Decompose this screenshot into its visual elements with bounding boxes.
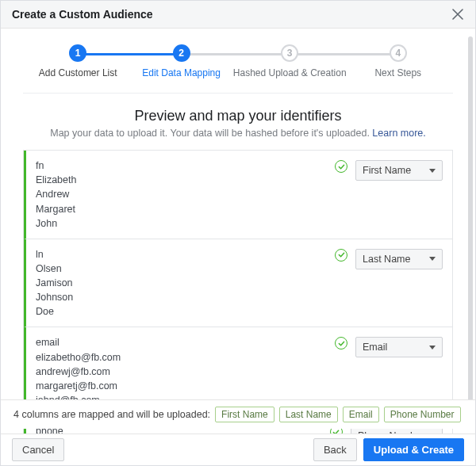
mapping-row: fn Elizabeth Andrew Margaret John First …	[24, 151, 452, 239]
step-label: Add Customer List	[39, 67, 117, 78]
identifier-select[interactable]: First Name	[355, 160, 443, 181]
check-icon	[335, 337, 347, 350]
learn-more-link[interactable]: Learn more.	[372, 128, 425, 139]
dialog-header: Create a Custom Audience	[1, 1, 475, 29]
close-icon[interactable]	[451, 8, 464, 21]
mapping-list: fn Elizabeth Andrew Margaret John First …	[23, 150, 453, 433]
upload-create-button[interactable]: Upload & Create	[363, 438, 464, 461]
chevron-down-icon	[429, 346, 436, 350]
step-number: 4	[390, 44, 407, 62]
identifier-select[interactable]: Last Name	[355, 249, 443, 269]
identifier-select[interactable]: Email	[355, 337, 443, 357]
dialog-title: Create a Custom Audience	[12, 8, 451, 21]
mapping-samples: ln Olsen Jamison Johnson Doe	[36, 247, 335, 319]
step-label: Hashed Upload & Creation	[233, 67, 347, 78]
page-subtitle: Map your data to upload it. Your data wi…	[23, 128, 453, 139]
mapped-summary: 4 columns are mapped and will be uploade…	[1, 399, 475, 429]
scrollbar-track[interactable]	[464, 29, 475, 433]
check-icon	[335, 160, 347, 173]
dialog-body: 1 Add Customer List 2 Edit Data Mapping …	[1, 29, 475, 433]
mapping-samples: fn Elizabeth Andrew Margaret John	[36, 159, 335, 231]
summary-text: 4 columns are mapped and will be uploade…	[13, 409, 210, 420]
summary-tag: Phone Number	[384, 407, 461, 422]
scrollbar-thumb[interactable]	[468, 36, 473, 409]
step-edit-data-mapping[interactable]: 2 Edit Data Mapping	[129, 44, 232, 78]
step-label: Next Steps	[374, 67, 421, 78]
dialog-footer: Cancel Back Upload & Create	[1, 434, 475, 465]
step-add-customer-list[interactable]: 1 Add Customer List	[26, 44, 129, 78]
step-number: 2	[173, 44, 190, 62]
step-next-steps[interactable]: 4 Next Steps	[347, 44, 450, 78]
back-button[interactable]: Back	[313, 438, 357, 461]
summary-tag: First Name	[215, 407, 274, 422]
step-hashed-upload[interactable]: 3 Hashed Upload & Creation	[233, 44, 347, 78]
step-number: 3	[281, 44, 298, 62]
summary-tag: Email	[343, 407, 379, 422]
mapping-row: ln Olsen Jamison Johnson Doe Last Name	[24, 239, 452, 328]
cancel-button[interactable]: Cancel	[12, 438, 64, 461]
step-number: 1	[69, 44, 86, 62]
chevron-down-icon	[429, 169, 436, 173]
mapping-samples: email elizabetho@fb.com andrewj@fb.com m…	[36, 335, 335, 407]
intro-block: Preview and map your identifiers Map you…	[23, 108, 453, 139]
custom-audience-dialog: Create a Custom Audience 1 Add Customer …	[0, 0, 476, 466]
step-label: Edit Data Mapping	[142, 67, 221, 78]
chevron-down-icon	[429, 257, 436, 261]
check-icon	[335, 249, 347, 262]
page-title: Preview and map your identifiers	[23, 108, 453, 124]
stepper: 1 Add Customer List 2 Edit Data Mapping …	[23, 41, 453, 94]
summary-tag: Last Name	[279, 407, 338, 422]
